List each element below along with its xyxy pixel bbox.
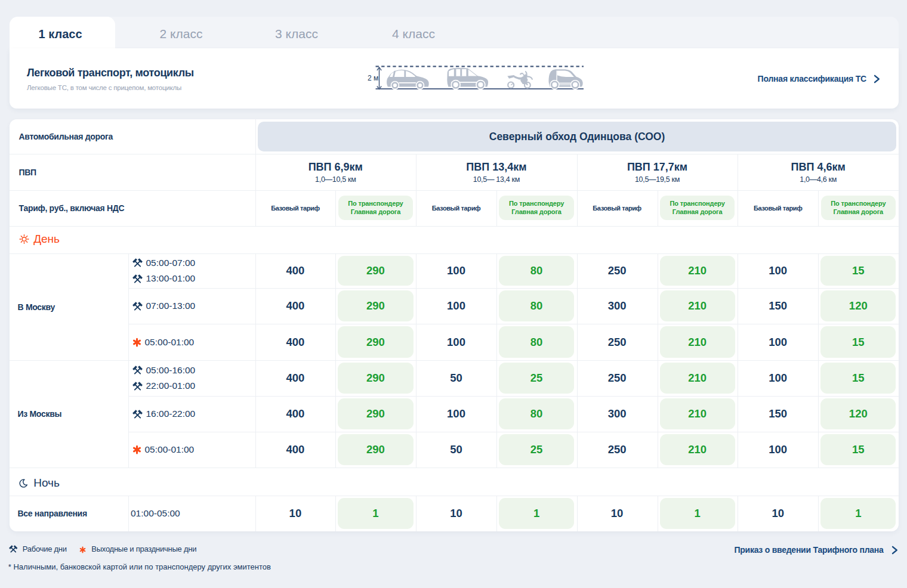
- svg-text:2 м: 2 м: [368, 74, 378, 82]
